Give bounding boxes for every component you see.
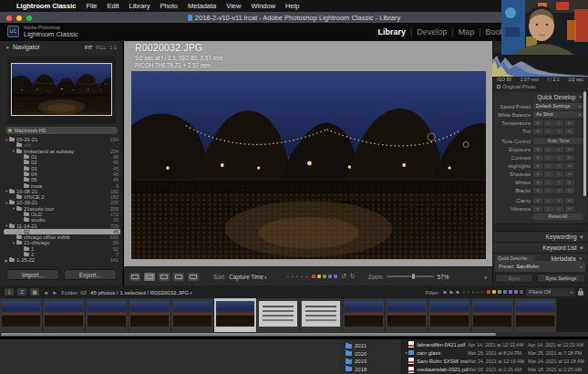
folder-row[interactable]: ▼10-08-21182 [4,189,120,194]
photo-loupe-view[interactable] [131,71,486,259]
filter-lock-icon[interactable] [578,291,583,296]
stepper-button[interactable]: › [554,129,563,134]
auto-tone-button[interactable]: Auto Tone [533,138,583,144]
stepper-button[interactable]: » [565,198,574,203]
color-filter-chip[interactable] [503,290,507,294]
go-back-icon[interactable]: ◄ [43,289,48,296]
stepper-button[interactable]: › [554,198,563,203]
sync-settings-button[interactable]: Sync Settings [537,274,585,283]
menu-item[interactable]: File [86,2,97,10]
stepper-button[interactable]: ‹ [544,155,553,161]
zoom-slider[interactable] [387,275,434,277]
rotate-left-icon[interactable]: ↺ [341,273,346,280]
reset-all-button[interactable]: Reset All [532,213,583,220]
file-row[interactable]: Sam Rohn SXSW invoice.pdfMar 24, 2021 at… [402,357,588,365]
grid-shortcut-icon[interactable]: ▦ [30,288,39,296]
menu-item[interactable]: Lightroom Classic [16,2,76,10]
stepper-button[interactable]: ‹ [544,171,553,177]
saved-preset-select[interactable]: Default Settings▾ [533,103,583,109]
navigator-header[interactable]: ▼ Navigator FITFILL1:1 [0,41,122,53]
navigator-zoom-mode[interactable]: 1:1 [109,45,117,50]
stepper-button[interactable]: » [565,171,574,177]
color-label-chip[interactable] [328,275,332,278]
color-filter-chip[interactable] [514,290,518,294]
stepper-button[interactable]: › [554,147,563,152]
keywording-panel-header[interactable]: Keywording◀ [493,231,587,241]
color-label-chip[interactable] [334,275,337,278]
filmstrip-thumbnail[interactable] [171,298,214,332]
color-label-chip[interactable] [312,275,315,278]
stepper-button[interactable]: › [554,120,563,126]
filmstrip-thumbnail[interactable] [214,298,257,332]
stepper-button[interactable]: « [533,198,542,203]
stepper-button[interactable]: ‹ [544,120,553,126]
survey-view-icon[interactable] [173,273,184,281]
stepper-button[interactable]: « [533,171,542,177]
menu-item[interactable]: Photo [160,2,178,10]
star-filter[interactable]: • • • • • [463,289,484,295]
filmstrip-thumbnail[interactable] [86,298,129,332]
stepper-button[interactable]: « [533,163,542,169]
menu-item[interactable]: Library [129,2,150,10]
stepper-button[interactable]: ‹ [544,147,553,152]
stepper-button[interactable]: › [554,171,563,177]
filmstrip-status[interactable]: 45 photos / 1 selected / R0020032.JPG [90,289,192,296]
folder-row[interactable]: ▼11-14-21725 [4,223,120,228]
filters-off-select[interactable]: Filters Off▾ [526,288,575,296]
stepper-button[interactable]: » [565,180,574,185]
sidebar-year-folder[interactable]: 2019 [346,358,401,366]
filmstrip-thumbnail[interactable] [343,298,386,332]
stepper-button[interactable]: ‹ [544,180,553,185]
keyword-list-panel-header[interactable]: Keyword List◀ [493,242,587,252]
stepper-button[interactable]: ‹ [544,188,553,193]
export-button[interactable]: Export... [64,269,117,280]
go-forward-icon[interactable]: ► [52,289,57,296]
module-tab-map[interactable]: Map [459,27,475,36]
menu-item[interactable]: Window [251,2,275,10]
filmstrip-thumbnail[interactable] [257,298,300,332]
compare-view-icon[interactable] [159,273,170,281]
color-filter-chip[interactable] [487,290,490,294]
people-view-icon[interactable] [188,273,199,281]
sync-button[interactable]: Sync [495,274,533,283]
color-label-chip[interactable] [323,275,326,278]
filmstrip-thumbnail[interactable] [471,298,514,332]
stepper-button[interactable]: « [533,129,542,134]
sidebar-year-folder[interactable]: 2018 [346,366,401,374]
sidebar-year-folder[interactable]: 2020 [346,350,401,358]
stepper-button[interactable]: « [533,188,542,193]
stepper-button[interactable]: » [565,147,574,152]
star-rating[interactable]: • • • • • [287,274,308,279]
navigator-preview[interactable] [11,63,112,116]
stepper-button[interactable]: » [565,206,574,212]
import-button[interactable]: Import... [6,269,59,280]
filmstrip-thumbnail[interactable] [386,298,428,332]
module-tab-library[interactable]: Library [377,27,406,36]
filmstrip-thumbnail[interactable] [428,298,471,332]
stepper-button[interactable]: » [565,120,574,126]
original-photo-toggle[interactable]: Original Photo [497,84,536,89]
stepper-button[interactable]: » [565,155,574,161]
toolbar-options-icon[interactable] [483,274,487,280]
stepper-button[interactable]: « [533,206,542,212]
rotate-right-icon[interactable]: ↻ [350,273,356,280]
grid-view-icon[interactable] [129,273,140,281]
stepper-button[interactable]: » [565,129,574,134]
stepper-button[interactable]: « [533,147,542,152]
volume-bar[interactable]: Macintosh HD [5,127,118,134]
monitor-2-button[interactable]: 2 [17,288,26,296]
menu-item[interactable]: Metadata [188,2,216,10]
menu-item[interactable]: View [226,2,241,10]
folder-row[interactable]: ▼10-19-21205 [4,200,120,205]
loupe-view-icon[interactable] [144,273,155,281]
stepper-button[interactable]: › [554,188,563,193]
sidebar-year-folder[interactable]: 2021 [346,342,401,350]
stepper-button[interactable]: ‹ [544,163,553,169]
histogram[interactable] [492,53,588,77]
sort-value[interactable]: Capture Time [229,274,266,280]
stepper-button[interactable]: « [533,155,542,161]
white-balance-select[interactable]: As Shot▾ [533,111,583,118]
file-row[interactable]: mediaartslab-0321.pdfMar 18, 2021 at 2:2… [402,366,588,374]
folder-row[interactable]: ▼09-21-21234 [4,137,120,142]
filmstrip-thumbnail[interactable] [300,298,343,332]
